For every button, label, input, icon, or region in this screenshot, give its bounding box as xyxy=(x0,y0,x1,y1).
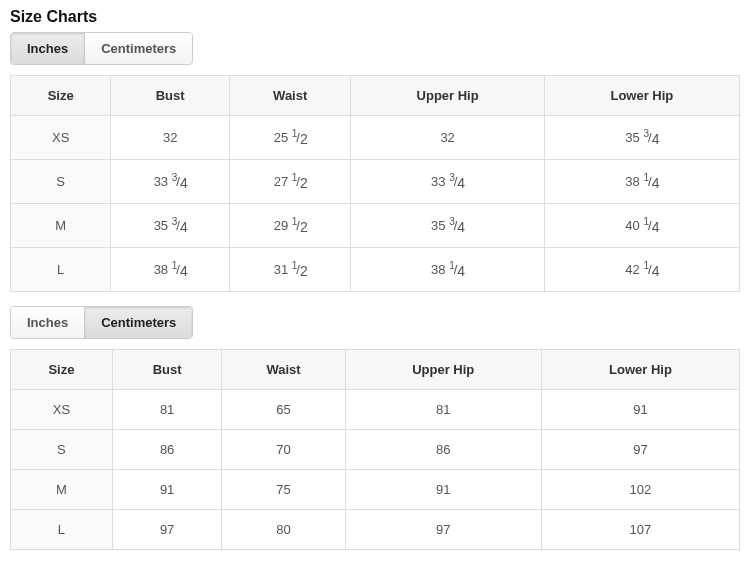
size-chart-centimeters: Size Bust Waist Upper Hip Lower Hip XS81… xyxy=(10,349,740,550)
size-cell: XS xyxy=(11,390,113,430)
lower-hip-cell: 102 xyxy=(541,470,739,510)
lower-hip-cell: 97 xyxy=(541,430,739,470)
unit-tabs-centimeters-view: Inches Centimeters xyxy=(10,306,193,339)
table-header-row: Size Bust Waist Upper Hip Lower Hip xyxy=(11,350,740,390)
size-cell: S xyxy=(11,160,111,204)
lower-hip-cell: 91 xyxy=(541,390,739,430)
upper-hip-cell: 81 xyxy=(345,390,541,430)
table-row: S86708697 xyxy=(11,430,740,470)
bust-cell: 91 xyxy=(112,470,221,510)
bust-cell: 32 xyxy=(111,116,230,160)
upper-hip-cell: 32 xyxy=(351,116,544,160)
col-lower-hip: Lower Hip xyxy=(541,350,739,390)
col-bust: Bust xyxy=(111,76,230,116)
table-row: S33 3/427 1/233 3/438 1/4 xyxy=(11,160,740,204)
size-chart-inches: Size Bust Waist Upper Hip Lower Hip XS32… xyxy=(10,75,740,292)
lower-hip-cell: 35 3/4 xyxy=(544,116,739,160)
upper-hip-cell: 97 xyxy=(345,510,541,550)
upper-hip-cell: 35 3/4 xyxy=(351,204,544,248)
lower-hip-cell: 38 1/4 xyxy=(544,160,739,204)
col-size: Size xyxy=(11,350,113,390)
waist-cell: 27 1/2 xyxy=(229,160,350,204)
size-cell: M xyxy=(11,204,111,248)
table-row: L38 1/431 1/238 1/442 1/4 xyxy=(11,248,740,292)
table-row: L978097107 xyxy=(11,510,740,550)
col-waist: Waist xyxy=(222,350,345,390)
page-title: Size Charts xyxy=(10,8,740,26)
col-waist: Waist xyxy=(229,76,350,116)
table-row: M35 3/429 1/235 3/440 1/4 xyxy=(11,204,740,248)
tab-inches[interactable]: Inches xyxy=(11,33,85,64)
col-lower-hip: Lower Hip xyxy=(544,76,739,116)
size-cell: S xyxy=(11,430,113,470)
size-cell: L xyxy=(11,248,111,292)
waist-cell: 80 xyxy=(222,510,345,550)
bust-cell: 81 xyxy=(112,390,221,430)
upper-hip-cell: 38 1/4 xyxy=(351,248,544,292)
table-row: XS81658191 xyxy=(11,390,740,430)
table-row: XS3225 1/23235 3/4 xyxy=(11,116,740,160)
tab-inches[interactable]: Inches xyxy=(11,307,85,338)
col-upper-hip: Upper Hip xyxy=(351,76,544,116)
waist-cell: 65 xyxy=(222,390,345,430)
size-cell: M xyxy=(11,470,113,510)
size-cell: XS xyxy=(11,116,111,160)
bust-cell: 97 xyxy=(112,510,221,550)
bust-cell: 33 3/4 xyxy=(111,160,230,204)
waist-cell: 25 1/2 xyxy=(229,116,350,160)
upper-hip-cell: 33 3/4 xyxy=(351,160,544,204)
lower-hip-cell: 42 1/4 xyxy=(544,248,739,292)
waist-cell: 75 xyxy=(222,470,345,510)
bust-cell: 86 xyxy=(112,430,221,470)
upper-hip-cell: 86 xyxy=(345,430,541,470)
lower-hip-cell: 107 xyxy=(541,510,739,550)
waist-cell: 31 1/2 xyxy=(229,248,350,292)
bust-cell: 35 3/4 xyxy=(111,204,230,248)
table-row: M917591102 xyxy=(11,470,740,510)
tab-centimeters[interactable]: Centimeters xyxy=(85,307,192,338)
table-header-row: Size Bust Waist Upper Hip Lower Hip xyxy=(11,76,740,116)
col-upper-hip: Upper Hip xyxy=(345,350,541,390)
col-bust: Bust xyxy=(112,350,221,390)
tab-centimeters[interactable]: Centimeters xyxy=(85,33,192,64)
lower-hip-cell: 40 1/4 xyxy=(544,204,739,248)
bust-cell: 38 1/4 xyxy=(111,248,230,292)
upper-hip-cell: 91 xyxy=(345,470,541,510)
waist-cell: 29 1/2 xyxy=(229,204,350,248)
unit-tabs-inches-view: Inches Centimeters xyxy=(10,32,193,65)
waist-cell: 70 xyxy=(222,430,345,470)
col-size: Size xyxy=(11,76,111,116)
size-cell: L xyxy=(11,510,113,550)
